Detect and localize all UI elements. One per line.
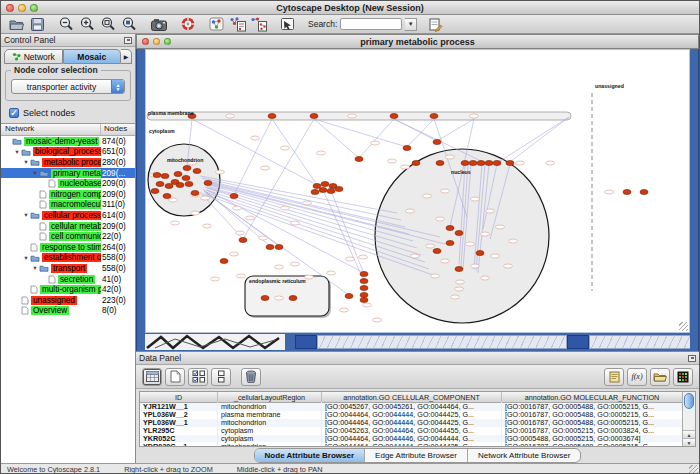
node-label-oval[interactable]: [504, 264, 513, 268]
network-node[interactable]: [355, 157, 363, 162]
node-label-oval[interactable]: [436, 217, 445, 221]
network-edge[interactable]: [407, 119, 434, 147]
browser-tab[interactable]: Network Attribute Browser: [468, 449, 580, 462]
node-label-oval[interactable]: [261, 166, 270, 170]
network-node[interactable]: [182, 176, 190, 181]
node-label-oval[interactable]: [441, 259, 450, 263]
node-label-oval[interactable]: [496, 225, 505, 229]
tree-row[interactable]: ▼cellular process614(0): [1, 210, 135, 221]
network-node[interactable]: [403, 146, 411, 151]
network-node[interactable]: [310, 114, 318, 119]
node-label-oval[interactable]: [373, 318, 382, 322]
create-attribute-icon[interactable]: [165, 368, 185, 386]
network-node[interactable]: [319, 188, 327, 193]
node-label-oval[interactable]: [423, 194, 432, 198]
network-node[interactable]: [455, 231, 463, 236]
canvas-resize-grip[interactable]: [679, 322, 688, 331]
node-label-oval[interactable]: [486, 209, 495, 213]
network-node[interactable]: [623, 190, 631, 195]
zoom-out-icon[interactable]: [56, 16, 77, 33]
browser-tab[interactable]: Edge Attribute Browser: [365, 449, 468, 462]
network-node[interactable]: [289, 296, 297, 301]
network-node[interactable]: [469, 161, 477, 166]
help-ring-icon[interactable]: [177, 16, 198, 33]
node-label-oval[interactable]: [233, 206, 242, 210]
select-nodes-checkbox[interactable]: ✓: [9, 108, 19, 118]
float-data-panel-icon[interactable]: [688, 355, 696, 362]
node-label-oval[interactable]: [226, 114, 235, 118]
search-input[interactable]: [340, 18, 402, 30]
node-label-oval[interactable]: [246, 216, 255, 220]
network-node[interactable]: [193, 169, 201, 174]
open-session-icon[interactable]: [6, 16, 27, 33]
tree-row[interactable]: macromolecule311(0): [1, 200, 135, 211]
network-node[interactable]: [506, 161, 514, 166]
node-label-oval[interactable]: [203, 224, 212, 228]
network-node[interactable]: [455, 267, 463, 272]
node-label-oval[interactable]: [371, 141, 380, 145]
node-label-oval[interactable]: [201, 196, 210, 200]
select-rows-icon[interactable]: [211, 368, 231, 386]
tree-row[interactable]: unassigned223(0): [1, 295, 135, 306]
node-label-oval[interactable]: [426, 244, 435, 248]
node-label-oval[interactable]: [275, 265, 284, 269]
zoom-selected-icon[interactable]: [119, 16, 140, 33]
network-node[interactable]: [230, 194, 238, 199]
zoom-in-icon[interactable]: [77, 16, 98, 33]
network-canvas[interactable]: plasma membranecytoplasmmitochondrionnuc…: [145, 49, 690, 333]
node-label-oval[interactable]: [216, 170, 225, 174]
network-node[interactable]: [321, 182, 329, 187]
network-node[interactable]: [360, 293, 368, 298]
zoom-fit-icon[interactable]: [98, 16, 119, 33]
node-label-oval[interactable]: [259, 236, 268, 240]
network-node[interactable]: [390, 114, 398, 119]
network-node[interactable]: [446, 241, 454, 246]
node-label-oval[interactable]: [509, 239, 518, 243]
node-label-oval[interactable]: [471, 264, 480, 268]
node-label-oval[interactable]: [281, 146, 290, 150]
node-label-oval[interactable]: [481, 232, 490, 236]
node-label-oval[interactable]: [191, 211, 200, 215]
tab-mosaic[interactable]: Mosaic: [63, 49, 122, 64]
search-dropdown-button[interactable]: ▼: [405, 18, 417, 31]
table-column-header[interactable]: annotation.GO MOLECULAR_FUNCTION: [502, 392, 682, 402]
window-resize-grip[interactable]: [689, 465, 698, 474]
node-label-oval[interactable]: [327, 271, 336, 275]
tree-row[interactable]: Overview8(0): [1, 306, 135, 317]
network-edge[interactable]: [510, 117, 569, 162]
scroll-up-button[interactable]: ▲: [683, 430, 695, 438]
tree-col-nodes[interactable]: Nodes: [101, 124, 135, 135]
table-scrollbar[interactable]: ▲ ▼: [682, 392, 695, 446]
network-node[interactable]: [360, 279, 368, 284]
edit-annotations-icon[interactable]: [425, 16, 446, 33]
network-node[interactable]: [275, 245, 283, 250]
tab-network[interactable]: Network: [4, 49, 63, 64]
table-column-header[interactable]: ID: [140, 392, 218, 402]
node-label-oval[interactable]: [441, 189, 450, 193]
network-node[interactable]: [360, 286, 368, 291]
network-edge[interactable]: [314, 119, 407, 147]
tree-row[interactable]: cell communicati22(0): [1, 231, 135, 242]
node-label-oval[interactable]: [446, 155, 455, 159]
tree-row[interactable]: nucleobase-cont209(0): [1, 178, 135, 189]
expand-arrow-icon[interactable]: ▼: [31, 265, 39, 271]
node-label-oval[interactable]: [291, 221, 300, 225]
tree-row[interactable]: cellular metabol209(0): [1, 221, 135, 232]
apply-style-down-icon[interactable]: [248, 16, 269, 33]
network-edge[interactable]: [200, 176, 397, 213]
network-node[interactable]: [412, 161, 420, 166]
tree-row[interactable]: mosaic-demo-yeast874(0): [1, 136, 135, 147]
network-node[interactable]: [156, 182, 164, 187]
node-label-oval[interactable]: [481, 276, 490, 280]
node-label-oval[interactable]: [406, 209, 415, 213]
node-label-oval[interactable]: [471, 197, 480, 201]
network-node[interactable]: [430, 114, 438, 119]
network-node[interactable]: [261, 296, 269, 301]
network-node[interactable]: [311, 190, 319, 195]
expand-arrow-icon[interactable]: ▼: [31, 170, 39, 176]
select-attributes-icon[interactable]: [188, 368, 208, 386]
layout-icon[interactable]: [206, 16, 227, 33]
node-label-oval[interactable]: [317, 151, 326, 155]
expand-arrow-icon[interactable]: ▼: [22, 159, 30, 165]
network-node[interactable]: [185, 182, 193, 187]
